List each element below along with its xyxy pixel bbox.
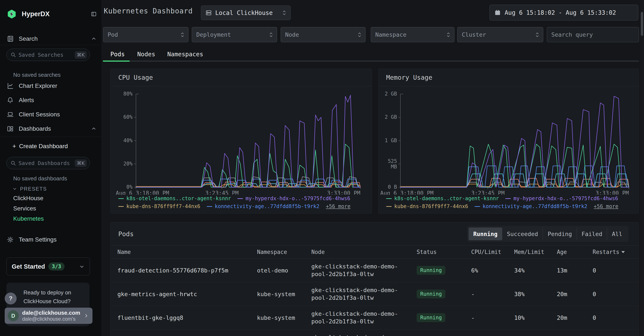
scrollbar-track (640, 0, 644, 336)
legend-more-link[interactable]: +56 more (594, 203, 618, 210)
y-tick-label: 2 GB (385, 91, 397, 97)
y-tick-label: 525MB (388, 158, 397, 170)
saved-searches-field[interactable] (18, 52, 72, 58)
tab-pods[interactable]: Pods (110, 48, 125, 60)
column-header-cpu-limit[interactable]: CPU/Limit (471, 249, 514, 255)
presets-section-toggle[interactable]: PRESETS (12, 185, 47, 193)
table-row[interactable]: fluentbit-gke-lggq8kube-systemgke-clicks… (110, 306, 639, 329)
data-source-value: Local ClickHouse (215, 9, 273, 17)
date-range-picker[interactable]: Aug 6 15:18:02 - Aug 6 15:33:02 (490, 5, 638, 21)
sidebar-preset-services[interactable]: Services (13, 204, 36, 213)
select-chevrons-icon (357, 32, 362, 38)
legend-more-link[interactable]: +56 more (326, 203, 350, 210)
chevron-up-icon[interactable] (91, 36, 96, 42)
sidebar-item-alerts[interactable]: Alerts (7, 95, 96, 105)
chevron-down-icon (79, 264, 84, 269)
sidebar-item-search[interactable]: Search (7, 34, 96, 44)
sidebar-item-chart-explorer[interactable]: Chart Explorer (7, 81, 96, 91)
legend-item[interactable]: konnectivity-age..77dfdd8f5b-t9rk2 (207, 203, 320, 210)
status-badge: Running (416, 266, 446, 275)
legend-item[interactable]: kube-dns-876ff9ff7-44nx6 (386, 203, 468, 210)
get-started-button[interactable]: Get Started 3/3 (6, 257, 90, 275)
cell-age: 13m (557, 267, 593, 274)
cell-cpu-limit: - (471, 314, 514, 321)
column-header-node[interactable]: Node (311, 249, 416, 255)
column-header-age[interactable]: Age (557, 249, 593, 255)
cpu-panel-header: CPU Usage (110, 69, 372, 86)
user-email: dale@clickhouse.com (22, 309, 80, 316)
status-filter-succeeded[interactable]: Succeeded (502, 227, 543, 240)
date-range-value: Aug 6 15:18:02 - Aug 6 15:33:02 (505, 9, 616, 16)
filter-select-deployment[interactable]: Deployment (192, 27, 277, 42)
status-filter-pending[interactable]: Pending (543, 227, 577, 240)
saved-searches-input[interactable]: ⌘K (6, 49, 90, 61)
table-header: Name Namespace Node Status CPU/Limit Mem… (110, 245, 639, 259)
filter-label: Namespace (375, 31, 406, 38)
table-row[interactable]: gke-metrics-agent-hrwtckube-systemgke-cl… (110, 282, 639, 306)
pod-status-filter: RunningSucceededPendingFailedAll (467, 226, 628, 242)
chevron-up-icon[interactable] (91, 126, 96, 132)
divider (0, 45, 102, 45)
y-tick-label: 0 B (388, 184, 397, 190)
filter-select-pod[interactable]: Pod (103, 27, 188, 42)
scrollbar-thumb[interactable] (641, 12, 643, 36)
create-dashboard-button[interactable]: + Create Dashboard + Create Dashboard (12, 141, 96, 151)
preset-label: Kubernetes (13, 215, 44, 222)
pods-table-panel: Pods RunningSucceededPendingFailedAll Na… (110, 222, 639, 336)
cell-name: gke-metrics-agent-hrwtc (118, 291, 257, 297)
memory-chart-canvas[interactable]: 2 GB2 GB1 GB525MB0 BAug 6 3:18:00 PM3:23… (378, 86, 639, 195)
column-header-namespace[interactable]: Namespace (257, 249, 311, 255)
help-button[interactable]: ? (5, 292, 16, 304)
sidebar-item-team-settings[interactable]: Team Settings (7, 234, 96, 245)
status-filter-failed[interactable]: Failed (577, 227, 607, 240)
sidebar-item-dashboards[interactable]: Dashboards (7, 124, 96, 134)
table-row[interactable]: fraud-detection-55776d678b-p7f5motel-dem… (110, 259, 639, 282)
sidebar-preset-clickhouse[interactable]: ClickHouse (13, 194, 44, 203)
filter-select-namespace[interactable]: Namespace (371, 27, 454, 42)
legend-label: my-hyperdx-hdx-o..-57975fcd6-4hws6 (246, 195, 350, 203)
status-filter-running[interactable]: Running (468, 227, 502, 240)
collapse-sidebar-icon[interactable] (91, 11, 96, 17)
cell-node: gke-clickstack-demo-demo- pool-2d2b1f3a-… (311, 334, 416, 336)
cell-age: 20m (557, 291, 593, 297)
column-header-restarts[interactable]: Restarts (593, 249, 632, 255)
tab-namespaces[interactable]: Namespaces (167, 48, 203, 60)
search-query-input[interactable] (547, 27, 639, 42)
y-tick-label: 20% (124, 161, 133, 167)
sidebar-preset-kubernetes[interactable]: Kubernetes (13, 214, 44, 223)
filter-select-cluster[interactable]: Cluster (457, 27, 543, 42)
cpu-chart-canvas[interactable]: 80%60%40%20%0%Aug 6 3:18:00 PM3:23:45 PM… (110, 86, 372, 195)
page-title: Kubernetes Dashboard (104, 7, 193, 15)
legend-item[interactable]: k8s-otel-daemons..ctor-agent-ksnnr (386, 195, 499, 203)
cell-status: Running (416, 289, 471, 298)
table-row[interactable]: gke-clickstack-demo-demo- pool-2d2b1f3a-… (110, 329, 639, 336)
legend-item[interactable]: k8s-otel-daemons..ctor-agent-ksnnr (118, 195, 231, 203)
series-line (400, 144, 629, 187)
filter-select-node[interactable]: Node (281, 27, 366, 42)
app-name: HyperDX (22, 10, 50, 18)
sidebar-item-client-sessions[interactable]: Client Sessions (7, 109, 96, 120)
filter-label: Node (285, 31, 299, 38)
status-filter-all[interactable]: All (607, 227, 627, 240)
legend-label: konnectivity-age..77dfdd8f5b-t9rk2 (215, 203, 320, 210)
user-account-button[interactable]: D dale@clickhouse.com dale@clickhouse.co… (5, 308, 92, 324)
data-source-select[interactable]: Local ClickHouse (201, 6, 291, 20)
saved-dashboards-field[interactable] (18, 160, 72, 166)
saved-dashboards-input[interactable]: ⌘K (6, 157, 90, 169)
cell-mem-limit: 38% (514, 291, 557, 297)
legend-item[interactable]: my-hyperdx-hdx-o..-57975fcd6-4hws6 (505, 195, 618, 203)
legend-dash-icon (386, 198, 392, 199)
column-header-status[interactable]: Status (416, 249, 471, 255)
legend-dash-icon (118, 198, 124, 199)
column-header-name[interactable]: Name (118, 249, 257, 255)
no-saved-searches-note: No saved searches (13, 72, 61, 78)
x-tick-label: 3:23:45 PM (205, 190, 239, 195)
tab-nodes[interactable]: Nodes (137, 48, 155, 60)
sort-desc-icon (622, 251, 625, 253)
presets-label: PRESETS (20, 186, 47, 192)
legend-item[interactable]: my-hyperdx-hdx-o..-57975fcd6-4hws6 (238, 195, 350, 203)
legend-item[interactable]: kube-dns-876ff9ff7-44nx6 (118, 203, 200, 210)
status-badge: Running (416, 289, 446, 298)
legend-item[interactable]: konnectivity-age..77dfdd8f5b-t9rk2 (474, 203, 587, 210)
column-header-mem-limit[interactable]: Mem/Limit (514, 249, 557, 255)
